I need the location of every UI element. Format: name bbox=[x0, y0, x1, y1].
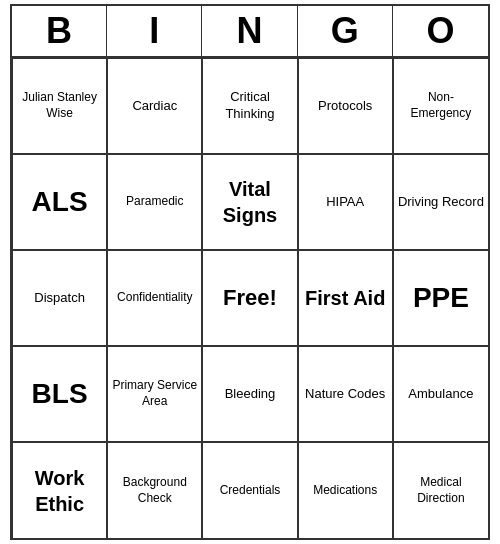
bingo-cell[interactable]: Dispatch bbox=[12, 250, 107, 346]
cell-text: Medical Direction bbox=[398, 475, 484, 506]
cell-text: Work Ethic bbox=[17, 465, 102, 517]
cell-text: Background Check bbox=[112, 475, 197, 506]
bingo-cell[interactable]: Primary Service Area bbox=[107, 346, 202, 442]
bingo-cell[interactable]: Protocols bbox=[298, 58, 393, 154]
bingo-card: BINGO Julian Stanley WiseCardiacCritical… bbox=[10, 4, 490, 540]
bingo-cell[interactable]: Non-Emergency bbox=[393, 58, 488, 154]
bingo-cell[interactable]: First Aid bbox=[298, 250, 393, 346]
header-letter: I bbox=[107, 6, 202, 56]
bingo-cell[interactable]: Confidentiality bbox=[107, 250, 202, 346]
bingo-cell[interactable]: Work Ethic bbox=[12, 442, 107, 538]
bingo-cell[interactable]: Julian Stanley Wise bbox=[12, 58, 107, 154]
bingo-cell[interactable]: Paramedic bbox=[107, 154, 202, 250]
header-letter: N bbox=[202, 6, 297, 56]
cell-text: Medications bbox=[313, 483, 377, 499]
bingo-cell[interactable]: Medications bbox=[298, 442, 393, 538]
header-letter: O bbox=[393, 6, 488, 56]
bingo-cell[interactable]: Nature Codes bbox=[298, 346, 393, 442]
bingo-cell[interactable]: Credentials bbox=[202, 442, 297, 538]
cell-text: Free! bbox=[223, 284, 277, 313]
bingo-grid: Julian Stanley WiseCardiacCritical Think… bbox=[12, 58, 488, 538]
bingo-cell[interactable]: Medical Direction bbox=[393, 442, 488, 538]
header-letter: B bbox=[12, 6, 107, 56]
cell-text: Ambulance bbox=[408, 386, 473, 403]
cell-text: Credentials bbox=[220, 483, 281, 499]
bingo-cell[interactable]: Critical Thinking bbox=[202, 58, 297, 154]
cell-text: Paramedic bbox=[126, 194, 183, 210]
bingo-cell[interactable]: Background Check bbox=[107, 442, 202, 538]
cell-text: Critical Thinking bbox=[207, 89, 292, 123]
cell-text: Cardiac bbox=[132, 98, 177, 115]
bingo-cell[interactable]: HIPAA bbox=[298, 154, 393, 250]
cell-text: Protocols bbox=[318, 98, 372, 115]
bingo-cell[interactable]: Driving Record bbox=[393, 154, 488, 250]
cell-text: Vital Signs bbox=[207, 176, 292, 228]
bingo-cell[interactable]: Cardiac bbox=[107, 58, 202, 154]
cell-text: BLS bbox=[32, 376, 88, 412]
bingo-cell[interactable]: Vital Signs bbox=[202, 154, 297, 250]
cell-text: Nature Codes bbox=[305, 386, 385, 403]
cell-text: PPE bbox=[413, 280, 469, 316]
cell-text: Julian Stanley Wise bbox=[17, 90, 102, 121]
cell-text: Bleeding bbox=[225, 386, 276, 403]
bingo-cell[interactable]: Bleeding bbox=[202, 346, 297, 442]
bingo-cell[interactable]: ALS bbox=[12, 154, 107, 250]
header-letter: G bbox=[298, 6, 393, 56]
bingo-cell[interactable]: Free! bbox=[202, 250, 297, 346]
cell-text: Confidentiality bbox=[117, 290, 192, 306]
bingo-header: BINGO bbox=[12, 6, 488, 58]
cell-text: ALS bbox=[32, 184, 88, 220]
cell-text: First Aid bbox=[305, 285, 385, 311]
cell-text: Dispatch bbox=[34, 290, 85, 307]
cell-text: Driving Record bbox=[398, 194, 484, 211]
cell-text: Non-Emergency bbox=[398, 90, 484, 121]
bingo-cell[interactable]: Ambulance bbox=[393, 346, 488, 442]
bingo-cell[interactable]: BLS bbox=[12, 346, 107, 442]
cell-text: Primary Service Area bbox=[112, 378, 197, 409]
cell-text: HIPAA bbox=[326, 194, 364, 211]
bingo-cell[interactable]: PPE bbox=[393, 250, 488, 346]
